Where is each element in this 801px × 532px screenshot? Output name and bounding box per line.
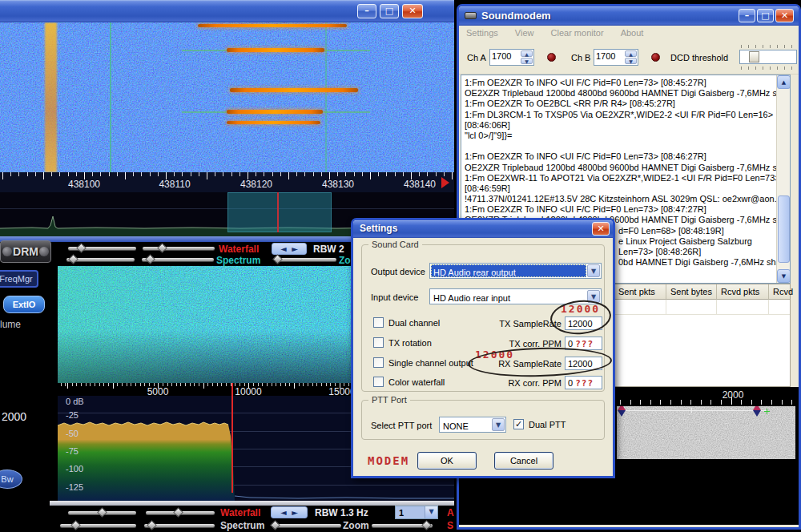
dialog-titlebar[interactable]: Settings ✕ [353,220,613,238]
waterfall-mode-label[interactable]: Waterfall [219,244,259,255]
scroll-up-icon[interactable]: ▲ [777,75,791,89]
carrier-line [325,22,327,172]
tuning-cursor-lower[interactable] [231,383,233,493]
toolbar: Ch A 1700 ▲ ▼ Ch B 1700 ▲ ▼ DCD threshol… [459,41,799,75]
dual-channel-checkbox[interactable] [373,317,384,328]
ch-a-dcd-led [547,53,556,62]
ch-b-spinner[interactable]: 1700 ▲ ▼ [594,49,638,66]
slider[interactable] [60,524,136,527]
slider[interactable] [68,511,136,514]
packet-burst [198,24,347,27]
table-header-cell[interactable]: Rcvd [769,284,790,300]
spectrum-mode-label[interactable]: Spectrum [216,255,260,266]
dcd-threshold-slider[interactable] [739,50,797,64]
spin-down-icon[interactable]: ▼ [625,58,637,64]
knob-icon [39,247,49,256]
single-channel-output-checkbox[interactable] [373,357,384,368]
freqmgr-button[interactable]: FreqMgr [0,270,38,288]
spin-up-icon[interactable]: ▲ [521,50,533,57]
window-title: Soundmodem [481,10,551,22]
dcd-slider-thumb[interactable] [749,51,759,62]
chevron-down-icon[interactable]: ▼ [492,418,505,431]
ok-button[interactable]: OK [417,452,477,470]
spin-down-icon[interactable]: ▼ [521,58,533,64]
cancel-button[interactable]: Cancel [494,452,553,470]
color-waterfall-checkbox[interactable] [373,377,384,387]
tx-rotation-label: TX rotation [388,338,432,348]
freq-tick-label: 438120 [232,179,280,190]
close-button[interactable]: ✕ [775,9,794,22]
waterfall-display[interactable] [0,22,454,172]
scrollbar-thumb[interactable] [778,195,790,263]
waterfall-center-tick [731,397,732,405]
waterfall-ticks [617,400,795,405]
tuning-selection[interactable] [227,192,332,232]
db-label: -50 [66,429,78,438]
slider[interactable] [146,511,215,514]
slider[interactable] [144,524,215,527]
table-header-cell[interactable]: Sent bytes [666,284,717,300]
menu-settings[interactable]: Settings [459,26,505,39]
tx-ppm-annotation: ??? [575,339,594,349]
average-value: 1 [399,508,404,518]
db-label: 0 dB [66,397,84,406]
ch-a-spinner[interactable]: 1700 ▲ ▼ [489,49,534,66]
bw-button[interactable]: Bw [0,470,22,489]
menu-view[interactable]: View [508,26,541,39]
waterfall-scroll-buttons[interactable]: ◄ ► [272,243,307,255]
tuning-cursor[interactable] [277,192,279,232]
slider[interactable] [68,247,136,250]
freq-tick-label: 438140 [396,179,444,190]
maximize-button[interactable]: □ [757,9,774,22]
table-cell [666,300,717,315]
maximize-button[interactable]: □ [380,4,399,18]
waterfall-scroll-buttons[interactable]: ◄ ► [271,506,308,518]
slider[interactable] [66,258,135,261]
rbw-label: RBW 2 [313,244,344,255]
chevron-down-icon[interactable]: ▼ [425,506,437,518]
monitor-scrollbar[interactable]: ▲ ▼ [776,75,790,283]
monitor-line: 1:Fm OE2XZR To INFO <UI F/C Pid=F0 Len=7… [465,78,774,88]
dual-ptt-label: Dual PTT [529,420,566,429]
tx-samplerate-label: TX SampleRate [457,319,562,328]
color-waterfall-label: Color waterfall [388,377,445,387]
rx-corr-ppm-field[interactable]: 0 ??? [565,376,602,389]
zoom-slider[interactable] [274,524,341,527]
dual-ptt-checkbox[interactable]: ✓ [513,419,524,429]
scroll-down-icon[interactable]: ▼ [777,269,791,283]
s-label: S [447,520,453,531]
chevron-down-icon[interactable]: ▼ [587,264,600,277]
slider[interactable] [143,247,215,250]
ch-a-label: Ch A [467,53,486,62]
menu-about[interactable]: About [614,26,651,39]
slider[interactable] [372,524,433,527]
minimize-button[interactable]: – [357,4,376,18]
output-device-select[interactable]: HD Audio rear output ▼ [429,263,602,279]
scale-scroll-arrow[interactable] [441,177,449,188]
zoom-slider[interactable] [276,258,336,261]
minimize-button[interactable]: – [739,9,755,22]
monitor-line: 1:Fm OE2XWR-11 To APOT21 Via OE2XZR*,WID… [465,173,774,183]
soundmodem-waterfall[interactable] [617,406,795,459]
close-button[interactable]: ✕ [402,4,423,18]
table-cell [614,300,666,315]
dcd-threshold-label: DCD threshold [670,53,728,62]
soundmodem-titlebar[interactable]: Soundmodem – □ ✕ [459,6,799,26]
drm-button[interactable]: DRM [0,240,51,263]
spin-up-icon[interactable]: ▲ [625,50,637,57]
menu-clear-monitor[interactable]: Clear monitor [544,26,611,39]
ch-a-freq-marker[interactable] [618,406,626,417]
ptt-port-select[interactable]: NONE ▼ [439,417,506,433]
table-header-cell[interactable]: Rcvd pkts [717,284,769,300]
table-header-cell[interactable]: Sent pkts [614,284,666,300]
waterfall-mode-label[interactable]: Waterfall [220,507,260,518]
ch-b-freq-marker[interactable] [753,406,761,417]
menubar: Settings View Clear monitor About [459,26,799,41]
desktop: { "colors":{"xp_border":"#2A50C8","annot… [0,0,801,532]
spectrum-mode-label[interactable]: Spectrum [220,520,264,531]
tx-rotation-checkbox[interactable] [373,337,384,348]
average-select[interactable]: 1 ▼ [395,506,438,519]
extio-button[interactable]: ExtIO [3,296,45,313]
slider[interactable] [142,258,214,261]
dialog-close-button[interactable]: ✕ [592,222,610,236]
